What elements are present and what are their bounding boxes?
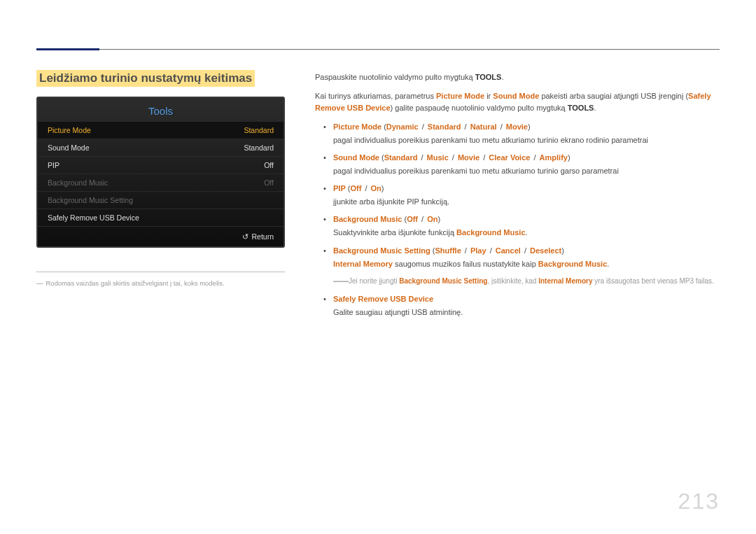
- sep: /: [363, 184, 369, 192]
- sep: /: [488, 246, 494, 255]
- row-label: Picture Mode: [48, 126, 91, 134]
- item-picture-mode: Picture Mode (Dynamic / Standard / Natur…: [315, 121, 720, 146]
- row-value: Standard: [244, 143, 274, 152]
- keyword: Background Music: [456, 228, 525, 237]
- sep: /: [498, 122, 505, 131]
- text: .: [501, 73, 503, 81]
- sep: /: [450, 153, 456, 162]
- top-rule-accent: [36, 48, 99, 50]
- opt: Background Music: [333, 215, 402, 223]
- opt: Amplify: [540, 153, 568, 162]
- option-line: Picture Mode (Dynamic / Standard / Natur…: [333, 121, 720, 133]
- section-title: Leidžiamo turinio nustatymų keitimas: [36, 70, 255, 87]
- option-desc: pagal individualius poreikius parenkami …: [333, 165, 720, 177]
- tools-row-safely-remove[interactable]: Safely Remove USB Device: [38, 209, 284, 227]
- sep: /: [463, 246, 469, 255]
- detail-list-2: Safely Remove USB Device Galite saugiau …: [315, 293, 720, 318]
- opt: Standard: [384, 153, 418, 162]
- sep: /: [463, 122, 469, 131]
- sep: /: [419, 153, 425, 162]
- opt: Safely Remove USB Device: [333, 295, 433, 303]
- sep: /: [420, 122, 426, 131]
- item-pip: PIP (Off / On) įjunkite arba išjunkite P…: [315, 183, 720, 208]
- option-desc: įjunkite arba išjunkite PIP funkciją.: [333, 196, 720, 208]
- right-column: Paspauskite nuotolinio valdymo pulto myg…: [315, 71, 720, 324]
- sound-mode-keyword: Sound Mode: [493, 92, 539, 100]
- opt: Cancel: [496, 246, 521, 255]
- text: ): [382, 184, 384, 192]
- row-label: Sound Mode: [48, 143, 90, 152]
- text: ) galite paspaudę nuotolinio valdymo pul…: [391, 104, 568, 112]
- text: Suaktyvinkite arba išjunkite funkciją: [333, 228, 456, 237]
- text: (: [379, 153, 384, 162]
- footnote-text: Rodomas vaizdas gali skirtis atsižvelgia…: [46, 279, 225, 287]
- text: Kai turinys atkuriamas, parametrus: [315, 92, 436, 100]
- item-sound-mode: Sound Mode (Standard / Music / Movie / C…: [315, 152, 720, 177]
- text: Paspauskite nuotolinio valdymo pulto myg…: [315, 73, 475, 81]
- text: yra išsaugotas bent vienas MP3 failas.: [592, 277, 713, 285]
- opt: Shuffle: [435, 246, 461, 255]
- opt: Clear Voice: [489, 153, 530, 162]
- tools-return[interactable]: ↺Return: [38, 227, 284, 246]
- text: pakeisti arba saugiai atjungti USB įreng…: [539, 92, 688, 100]
- row-label: Safely Remove USB Device: [48, 213, 139, 222]
- tools-keyword: TOOLS: [475, 73, 502, 81]
- opt: On: [371, 184, 382, 192]
- tools-row-pip[interactable]: PIP Off: [38, 157, 284, 174]
- row-label: Background Music: [48, 178, 108, 187]
- item-safely-remove: Safely Remove USB Device Galite saugiau …: [315, 293, 720, 318]
- option-line: Background Music (Off / On): [333, 213, 720, 225]
- tools-keyword: TOOLS: [568, 104, 594, 112]
- left-divider: [36, 272, 285, 272]
- text: (: [382, 122, 386, 131]
- return-icon: ↺: [242, 232, 248, 241]
- text: saugomus muzikos failus nustatykite kaip: [393, 260, 538, 268]
- intro-line-2: Kai turinys atkuriamas, parametrus Pictu…: [315, 90, 720, 114]
- text: Jei norite įjungti: [349, 277, 399, 285]
- item-background-music: Background Music (Off / On) Suaktyvinkit…: [315, 213, 720, 239]
- opt: Music: [427, 153, 449, 162]
- opt: Picture Mode: [333, 122, 382, 131]
- tools-row-background-music-setting: Background Music Setting: [38, 192, 284, 209]
- option-desc: Suaktyvinkite arba išjunkite funkciją Ba…: [333, 227, 720, 239]
- opt: Background Music Setting: [333, 246, 430, 255]
- tools-row-sound-mode[interactable]: Sound Mode Standard: [38, 139, 284, 157]
- opt: Dynamic: [386, 122, 419, 131]
- text: ): [568, 153, 570, 162]
- row-label: Background Music Setting: [48, 196, 133, 204]
- dash-icon: ―: [36, 279, 43, 287]
- row-label: PIP: [48, 161, 59, 169]
- opt: Natural: [470, 122, 497, 131]
- option-line: Background Music Setting (Shuffle / Play…: [333, 245, 720, 257]
- keyword: Background Music: [538, 260, 607, 268]
- keyword: Internal Memory: [333, 260, 393, 268]
- opt: On: [427, 215, 438, 223]
- row-value: Off: [264, 178, 274, 187]
- text: , įsitikinkite, kad: [487, 277, 538, 285]
- opt: Movie: [506, 122, 528, 131]
- opt: Sound Mode: [333, 153, 379, 162]
- tools-panel-title: Tools: [38, 98, 284, 122]
- keyword: Internal Memory: [538, 277, 592, 285]
- option-desc: Galite saugiau atjungti USB atmintinę.: [333, 307, 720, 318]
- warning-note: ― Jei norite įjungti Background Music Se…: [315, 276, 720, 287]
- sep: /: [481, 153, 487, 162]
- text: ): [528, 122, 531, 131]
- opt: Off: [407, 215, 418, 223]
- text: .: [594, 104, 596, 112]
- tools-row-background-music: Background Music Off: [38, 174, 284, 192]
- text: ir: [484, 92, 493, 100]
- text: .: [526, 228, 528, 237]
- tools-row-picture-mode[interactable]: Picture Mode Standard: [38, 122, 284, 139]
- text: ): [561, 246, 564, 255]
- left-footnote: ―Rodomas vaizdas gali skirtis atsižvelgi…: [36, 279, 302, 287]
- sep: /: [531, 153, 538, 162]
- option-line: Sound Mode (Standard / Music / Movie / C…: [333, 152, 720, 164]
- opt: Play: [470, 246, 486, 255]
- row-value: Off: [264, 161, 274, 169]
- text: .: [607, 260, 609, 268]
- keyword: Background Music Setting: [399, 277, 487, 285]
- opt: Movie: [458, 153, 479, 162]
- tools-panel: Tools Picture Mode Standard Sound Mode S…: [36, 97, 285, 248]
- opt: Deselect: [530, 246, 561, 255]
